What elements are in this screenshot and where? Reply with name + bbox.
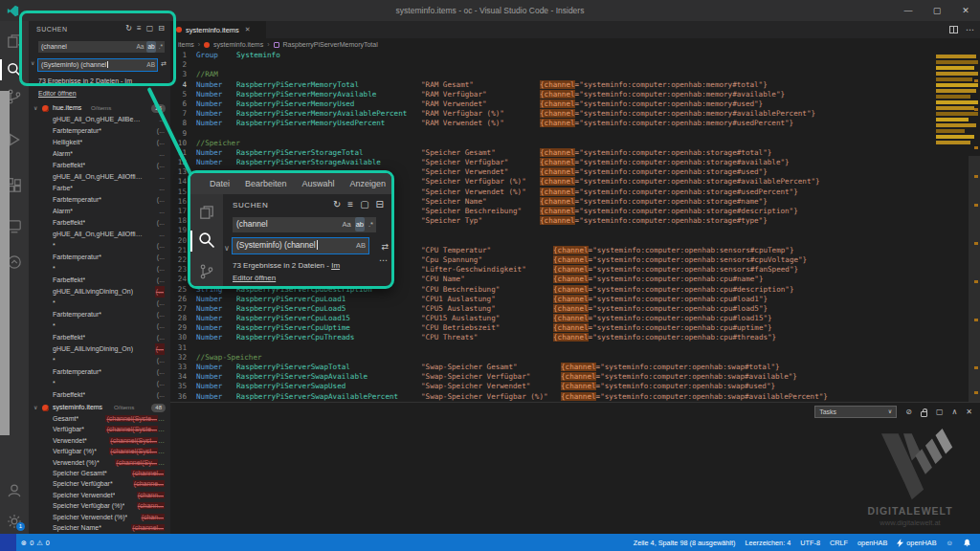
search-match-row[interactable]: Farbeffekt* (... bbox=[29, 275, 170, 286]
new-search-editor-icon[interactable]: ▢ bbox=[146, 24, 154, 33]
menu-item[interactable] bbox=[94, 6, 107, 15]
minimize-button[interactable]: — bbox=[894, 0, 923, 21]
problems-status[interactable]: ⊗ 0 ⚠ 0 bbox=[16, 539, 55, 547]
search-icon[interactable] bbox=[6, 61, 23, 78]
minimap[interactable] bbox=[934, 51, 980, 402]
file-result-systeminfo-items[interactable]: ∨ systeminfo.items O/items 48 bbox=[29, 402, 170, 413]
explorer-icon[interactable] bbox=[6, 33, 23, 50]
code-line[interactable]: 3 //RAM bbox=[170, 70, 936, 79]
open-in-editor-link-2[interactable]: Editor öffnen bbox=[233, 274, 276, 282]
code-line[interactable]: 31 bbox=[170, 343, 936, 353]
remote-indicator[interactable] bbox=[0, 534, 16, 551]
code-line[interactable]: 34 Number RaspberryPiServerSwapAvailable… bbox=[170, 372, 936, 382]
search-match-row[interactable]: Speicher Verwendet (%)* (chan... bbox=[29, 512, 170, 523]
search-match-row[interactable]: Verwendet* (channel(Syst...… bbox=[29, 435, 170, 447]
code-line[interactable]: 12 Number RaspberryPiServerStorageAvaila… bbox=[170, 158, 936, 167]
tab-systeminfo-items[interactable]: systeminfo.items ✕ bbox=[170, 21, 266, 38]
search-match-row[interactable]: Farbtemperatur* (... bbox=[29, 252, 170, 263]
toggle-replace-chevron[interactable]: ∨ bbox=[31, 59, 34, 66]
more-actions-icon[interactable]: ⋯ bbox=[379, 255, 388, 265]
replace-all-icon[interactable]: ⇄ bbox=[161, 60, 167, 68]
breadcrumb-file[interactable]: systeminfo.items bbox=[213, 41, 263, 48]
menu-item[interactable]: Datei bbox=[202, 173, 237, 194]
search-match-row[interactable]: Gesamt* (channel(Syste...… bbox=[29, 413, 170, 425]
maximize-button[interactable]: ▢ bbox=[923, 0, 951, 21]
code-line[interactable]: 5 Number RaspberryPiServerMemoryAvailabl… bbox=[170, 90, 936, 99]
code-line[interactable]: 26 Number RaspberryPiServerCpuLoad1 "CPU… bbox=[170, 295, 936, 304]
search-match-row[interactable]: gHUE_All_On,gHUE_AllOffice_On) ... bbox=[29, 171, 170, 183]
search-match-row[interactable]: Farbtemperatur* (... bbox=[29, 194, 170, 206]
search-match-row[interactable]: Alarm* ... bbox=[29, 148, 170, 160]
code-line[interactable]: 7 Number RaspberryPiServerMemoryAvailabl… bbox=[170, 109, 936, 119]
code-line[interactable]: 9 bbox=[170, 129, 936, 139]
file-result-hue-items[interactable]: ∨ hue.items O/items 25 bbox=[29, 102, 170, 114]
split-editor-icon[interactable] bbox=[949, 26, 958, 33]
menu-item[interactable] bbox=[27, 6, 40, 15]
more-actions-icon[interactable]: ⋯ bbox=[966, 25, 974, 34]
code-line[interactable]: 28 Number RaspberryPiServerCpuLoad15 "CP… bbox=[170, 314, 936, 323]
match-case-icon[interactable]: Aa bbox=[342, 217, 350, 231]
lock-scroll-icon[interactable] bbox=[921, 411, 927, 417]
search-match-row[interactable]: Speicher Verfügbar* (channe... bbox=[29, 478, 170, 490]
search-match-row[interactable]: * (... bbox=[29, 320, 170, 332]
refresh-icon[interactable]: ↻ bbox=[125, 24, 132, 33]
search-input[interactable]: (channel Aa ab .* bbox=[233, 217, 376, 232]
clear-output-icon[interactable]: ⊘ bbox=[905, 406, 912, 418]
search-input[interactable]: (channel Aa ab .* bbox=[38, 41, 165, 53]
menu-item[interactable]: Anzeigen bbox=[343, 173, 391, 194]
code-line[interactable]: 1 Group Systeminfo bbox=[170, 51, 936, 60]
collapse-all-icon[interactable]: ⊟ bbox=[376, 199, 384, 209]
close-panel-icon[interactable]: ✕ bbox=[966, 406, 972, 418]
regex-icon[interactable]: .* bbox=[159, 41, 163, 53]
search-match-row[interactable]: Speicher Name* (channel... bbox=[29, 522, 170, 534]
twisty-icon[interactable]: ∨ bbox=[33, 102, 37, 114]
search-match-row[interactable]: Speicher Verwendet* (chann... bbox=[29, 490, 170, 501]
maximize-panel-icon[interactable]: ∧ bbox=[951, 406, 957, 418]
open-in-editor-link-2[interactable]: Editor öffnen bbox=[38, 90, 77, 97]
search-match-row[interactable]: gHUE_AllLivingDining_On) (... bbox=[29, 286, 170, 298]
search-match-row[interactable]: Farbtemperatur* (... bbox=[29, 366, 170, 378]
search-match-row[interactable]: Verfügbar (%)* (channel(Syst...… bbox=[29, 446, 170, 457]
breadcrumb-symbol[interactable]: RaspberryPiServerMemoryTotal bbox=[283, 41, 378, 48]
search-icon[interactable] bbox=[197, 231, 216, 250]
search-match-row[interactable]: Farbe* ... bbox=[29, 183, 170, 194]
search-match-row[interactable]: * (... bbox=[29, 355, 170, 366]
code-line[interactable]: 8 Number RaspberryPiServerMemoryUsedPerc… bbox=[170, 119, 936, 128]
preserve-case-icon[interactable]: AB bbox=[356, 238, 366, 253]
search-match-row[interactable]: Helligkeit* (... bbox=[29, 137, 170, 148]
cursor-position[interactable]: Zeile 4, Spalte 98 (8 ausgewählt) bbox=[629, 539, 741, 547]
menu-item[interactable] bbox=[67, 6, 80, 15]
code-line[interactable]: 11 Number RaspberryPiServerStorageTotal … bbox=[170, 148, 936, 158]
search-match-row[interactable]: * (... bbox=[29, 378, 170, 389]
menu-item[interactable] bbox=[107, 6, 121, 15]
code-line[interactable]: 27 Number RaspberryPiServerCpuLoad5 "CPU… bbox=[170, 304, 936, 314]
code-line[interactable]: 30 Number RaspberryPiServerCpuThreads "C… bbox=[170, 333, 936, 342]
open-in-editor-link[interactable]: Im bbox=[124, 77, 132, 84]
encoding-status[interactable]: UTF-8 bbox=[795, 539, 825, 547]
code-line[interactable]: 29 Number RaspberryPiServerCpuUptime "CP… bbox=[170, 323, 936, 333]
replace-input[interactable]: (Systeminfo) (channel AB bbox=[233, 238, 368, 253]
preserve-case-icon[interactable]: AB bbox=[146, 59, 155, 71]
search-match-row[interactable]: Farbeffekt* (... bbox=[29, 160, 170, 171]
code-line[interactable]: 10 //Speicher bbox=[170, 139, 936, 148]
search-match-row[interactable]: * (... bbox=[29, 298, 170, 309]
code-line[interactable]: 4 Number RaspberryPiServerMemoryTotal "R… bbox=[170, 80, 936, 90]
indentation-status[interactable]: Leerzeichen: 4 bbox=[740, 539, 795, 547]
search-match-row[interactable]: Verfügbar* (channel(Syste...… bbox=[29, 424, 170, 435]
tab-close-icon[interactable]: ✕ bbox=[245, 26, 251, 33]
eol-status[interactable]: CRLF bbox=[825, 539, 853, 547]
code-line[interactable]: 33 Number RaspberryPiServerSwapTotal "Sw… bbox=[170, 363, 936, 372]
source-control-icon[interactable] bbox=[198, 263, 215, 280]
search-match-row[interactable]: Farbeffekt* (... bbox=[29, 389, 170, 401]
close-button[interactable]: ✕ bbox=[951, 0, 980, 21]
open-output-in-editor-icon[interactable]: ▢ bbox=[936, 406, 944, 418]
search-match-row[interactable]: Farbtemperatur* (... bbox=[29, 309, 170, 320]
search-match-row[interactable]: Farbtemperatur* (... bbox=[29, 125, 170, 137]
minimap-slider[interactable] bbox=[969, 156, 980, 414]
search-match-row[interactable]: Farbeffekt* (... bbox=[29, 217, 170, 229]
menu-item[interactable] bbox=[121, 6, 134, 15]
menu-item[interactable] bbox=[40, 6, 54, 15]
replace-input[interactable]: (Systeminfo) (channel AB bbox=[38, 59, 157, 71]
clear-search-icon[interactable]: ≡ bbox=[137, 24, 142, 33]
search-match-row[interactable]: * (... bbox=[29, 240, 170, 252]
